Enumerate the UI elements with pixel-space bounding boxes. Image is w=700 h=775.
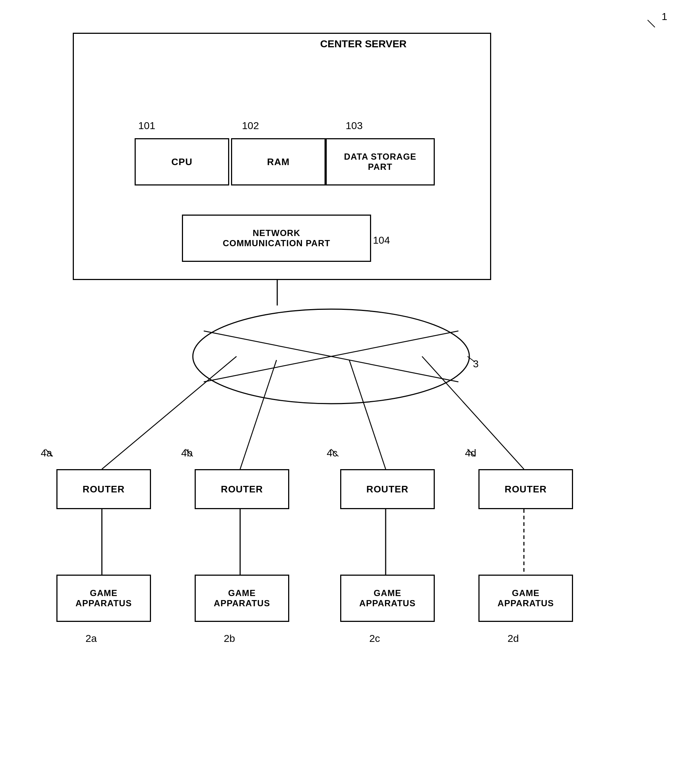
game-d-label: GAME APPARATUS: [498, 588, 554, 609]
ref-4c: 4c: [327, 447, 338, 459]
svg-line-7: [240, 360, 277, 469]
network-comm-box: NETWORK COMMUNICATION PART: [182, 215, 371, 262]
ref-3: 3: [473, 358, 479, 370]
ref-2c: 2c: [369, 633, 380, 644]
game-apparatus-a-box: GAME APPARATUS: [57, 575, 151, 622]
router-a-box: ROUTER: [57, 469, 151, 509]
game-a-label: GAME APPARATUS: [76, 588, 132, 609]
svg-line-16: [204, 331, 458, 382]
svg-line-6: [102, 356, 237, 469]
data-storage-box: DATA STORAGE PART: [326, 138, 435, 185]
ref-4b: 4b: [181, 447, 192, 459]
ref-1: 1: [662, 11, 667, 23]
svg-line-8: [349, 360, 386, 469]
ram-box: RAM: [231, 138, 326, 185]
ref-102: 102: [242, 120, 259, 131]
router-b-box: ROUTER: [195, 469, 289, 509]
game-apparatus-b-box: GAME APPARATUS: [195, 575, 289, 622]
router-d-label: ROUTER: [505, 484, 547, 495]
cpu-box: CPU: [135, 138, 229, 185]
data-storage-label: DATA STORAGE PART: [344, 151, 416, 172]
center-server-label: CENTER SERVER: [320, 38, 407, 50]
diagram-container: CENTER SERVER 1 101 102 103 CPU RAM DATA…: [0, 0, 700, 775]
ref-2b: 2b: [224, 633, 235, 644]
cpu-label: CPU: [172, 156, 192, 168]
ref-103: 103: [346, 120, 363, 131]
game-c-label: GAME APPARATUS: [360, 588, 416, 609]
ref-2a: 2a: [85, 633, 97, 644]
ram-label: RAM: [267, 156, 290, 168]
router-c-label: ROUTER: [367, 484, 408, 495]
ref-101: 101: [138, 120, 155, 131]
ref-4d: 4d: [465, 447, 476, 459]
svg-line-15: [204, 331, 458, 382]
svg-point-14: [193, 309, 469, 404]
router-b-label: ROUTER: [221, 484, 263, 495]
router-a-label: ROUTER: [83, 484, 125, 495]
router-d-box: ROUTER: [478, 469, 573, 509]
svg-line-17: [648, 20, 655, 27]
network-comm-label: NETWORK COMMUNICATION PART: [223, 228, 330, 248]
ref-104: 104: [373, 234, 390, 246]
game-b-label: GAME APPARATUS: [214, 588, 270, 609]
ref-4a: 4a: [41, 447, 52, 459]
game-apparatus-c-box: GAME APPARATUS: [340, 575, 435, 622]
router-c-box: ROUTER: [340, 469, 435, 509]
game-apparatus-d-box: GAME APPARATUS: [478, 575, 573, 622]
ref-2d: 2d: [508, 633, 519, 644]
